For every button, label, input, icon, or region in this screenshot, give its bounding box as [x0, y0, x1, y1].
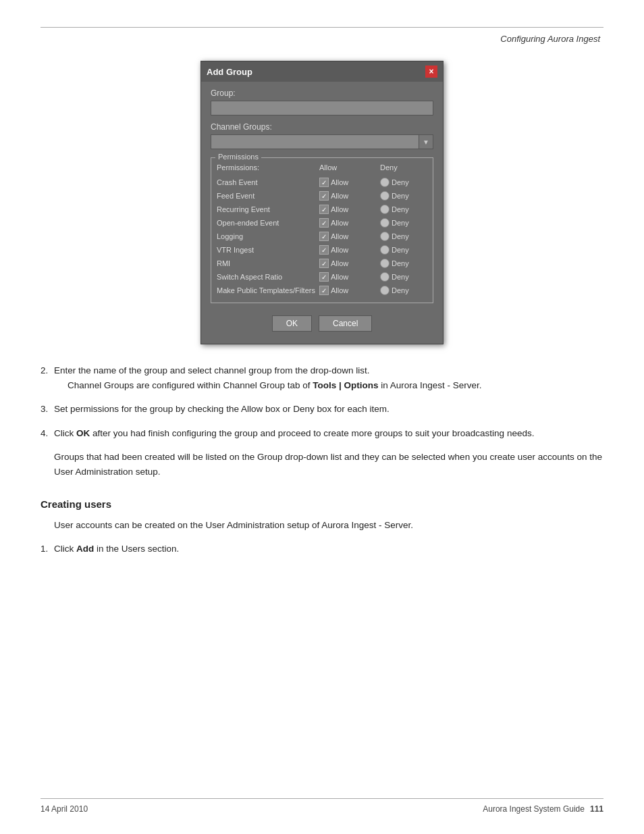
permission-row: Open-ended EventAllowDeny: [217, 216, 427, 230]
perm-header-allow: Allow: [319, 163, 380, 172]
main-content: Add Group × Group: Channel Groups: ▼ Per…: [41, 61, 603, 566]
creating-users-heading: Creating users: [41, 498, 603, 510]
allow-checkbox[interactable]: [319, 286, 329, 295]
permission-row: LoggingAllowDeny: [217, 230, 427, 243]
deny-checkbox[interactable]: [380, 191, 390, 201]
perm-allow-cell[interactable]: Allow: [319, 218, 380, 228]
deny-label: Deny: [392, 246, 409, 254]
allow-checkbox[interactable]: [319, 218, 329, 228]
allow-checkbox[interactable]: [319, 245, 329, 255]
deny-checkbox[interactable]: [380, 218, 390, 228]
deny-label: Deny: [392, 205, 409, 213]
deny-label: Deny: [392, 192, 409, 200]
permission-row: VTR IngestAllowDeny: [217, 243, 427, 257]
perm-row-name: Switch Aspect Ratio: [217, 273, 319, 281]
dialog-wrapper: Add Group × Group: Channel Groups: ▼ Per…: [41, 61, 603, 344]
permissions-rows: Crash EventAllowDenyFeed EventAllowDenyR…: [217, 176, 427, 297]
perm-header-name: Permissions:: [217, 163, 319, 172]
channel-groups-input[interactable]: [211, 134, 433, 149]
perm-row-name: VTR Ingest: [217, 246, 319, 254]
ok-button[interactable]: OK: [272, 315, 312, 332]
allow-label: Allow: [331, 178, 348, 186]
deny-checkbox[interactable]: [380, 232, 390, 241]
perm-deny-cell[interactable]: Deny: [380, 245, 427, 255]
allow-checkbox[interactable]: [319, 259, 329, 268]
perm-deny-cell[interactable]: Deny: [380, 259, 427, 268]
creating-users-step-1: 1. Click Add in the Users section.: [41, 542, 603, 556]
step-2-note-bold: Tools | Options: [313, 380, 378, 390]
allow-checkbox[interactable]: [319, 178, 329, 187]
deny-checkbox[interactable]: [380, 286, 390, 295]
permission-row: RMIAllowDeny: [217, 257, 427, 270]
step-2-note-text: Channel Groups are configured within Cha…: [68, 380, 313, 390]
step-4-text-start: Click: [54, 428, 76, 438]
footer-page-number: 111: [590, 804, 603, 814]
allow-label: Allow: [331, 205, 348, 213]
channel-groups-dropdown-arrow[interactable]: ▼: [419, 134, 433, 149]
perm-allow-cell[interactable]: Allow: [319, 272, 380, 282]
permission-row: Make Public Templates/FiltersAllowDeny: [217, 284, 427, 297]
perm-row-name: Open-ended Event: [217, 219, 319, 227]
step-3-text: Set permissions for the group by checkin…: [54, 404, 390, 414]
allow-label: Allow: [331, 219, 348, 227]
step-2-note-end: in Aurora Ingest - Server.: [379, 380, 482, 390]
deny-checkbox[interactable]: [380, 245, 390, 255]
deny-checkbox[interactable]: [380, 259, 390, 268]
cu-step-1-end: in the Users section.: [94, 544, 179, 554]
channel-groups-select-wrapper: ▼: [211, 134, 433, 149]
group-label: Group:: [211, 88, 433, 98]
deny-checkbox[interactable]: [380, 178, 390, 187]
dialog-title: Add Group: [207, 67, 252, 77]
deny-label: Deny: [392, 273, 409, 281]
allow-checkbox[interactable]: [319, 191, 329, 201]
deny-checkbox[interactable]: [380, 205, 390, 214]
perm-allow-cell[interactable]: Allow: [319, 232, 380, 241]
perm-deny-cell[interactable]: Deny: [380, 272, 427, 282]
permissions-group: Permissions Permissions: Allow Deny Cras…: [211, 157, 433, 303]
deny-label: Deny: [392, 219, 409, 227]
group-note: Groups that had been created will be lis…: [54, 450, 603, 479]
footer: 14 April 2010 Aurora Ingest System Guide…: [41, 798, 603, 814]
perm-allow-cell[interactable]: Allow: [319, 259, 380, 268]
perm-deny-cell[interactable]: Deny: [380, 286, 427, 295]
allow-checkbox[interactable]: [319, 232, 329, 241]
top-rule: [41, 27, 603, 28]
allow-label: Allow: [331, 286, 348, 294]
perm-allow-cell[interactable]: Allow: [319, 178, 380, 187]
permissions-legend: Permissions: [215, 153, 261, 161]
perm-allow-cell[interactable]: Allow: [319, 191, 380, 201]
allow-checkbox[interactable]: [319, 272, 329, 282]
perm-deny-cell[interactable]: Deny: [380, 178, 427, 187]
dialog-buttons: OK Cancel: [211, 311, 433, 337]
dialog-close-button[interactable]: ×: [425, 66, 437, 78]
perm-row-name: Make Public Templates/Filters: [217, 286, 319, 294]
allow-checkbox[interactable]: [319, 205, 329, 214]
deny-label: Deny: [392, 259, 409, 267]
step-4-text-end: after you had finish configuring the gro…: [90, 428, 534, 438]
perm-header-deny: Deny: [380, 163, 427, 172]
step-4-item: 4. Click OK after you had finish configu…: [41, 426, 603, 441]
creating-users-intro: User accounts can be created on the User…: [54, 518, 603, 533]
permission-row: Recurring EventAllowDeny: [217, 203, 427, 216]
deny-label: Deny: [392, 232, 409, 240]
perm-deny-cell[interactable]: Deny: [380, 218, 427, 228]
perm-deny-cell[interactable]: Deny: [380, 191, 427, 201]
perm-deny-cell[interactable]: Deny: [380, 232, 427, 241]
cu-step-1-num: 1.: [41, 542, 48, 556]
perm-allow-cell[interactable]: Allow: [319, 286, 380, 295]
perm-row-name: Feed Event: [217, 192, 319, 200]
step-2-text: Enter the name of the group and select c…: [54, 365, 370, 375]
cancel-button[interactable]: Cancel: [319, 315, 372, 332]
perm-row-name: Crash Event: [217, 178, 319, 186]
perm-deny-cell[interactable]: Deny: [380, 205, 427, 214]
deny-checkbox[interactable]: [380, 272, 390, 282]
deny-label: Deny: [392, 178, 409, 186]
allow-label: Allow: [331, 259, 348, 267]
footer-right: Aurora Ingest System Guide 111: [483, 804, 603, 814]
perm-allow-cell[interactable]: Allow: [319, 245, 380, 255]
channel-groups-label: Channel Groups:: [211, 122, 433, 132]
group-input[interactable]: [211, 101, 433, 115]
chapter-title: Configuring Aurora Ingest: [500, 34, 600, 44]
perm-allow-cell[interactable]: Allow: [319, 205, 380, 214]
allow-label: Allow: [331, 273, 348, 281]
